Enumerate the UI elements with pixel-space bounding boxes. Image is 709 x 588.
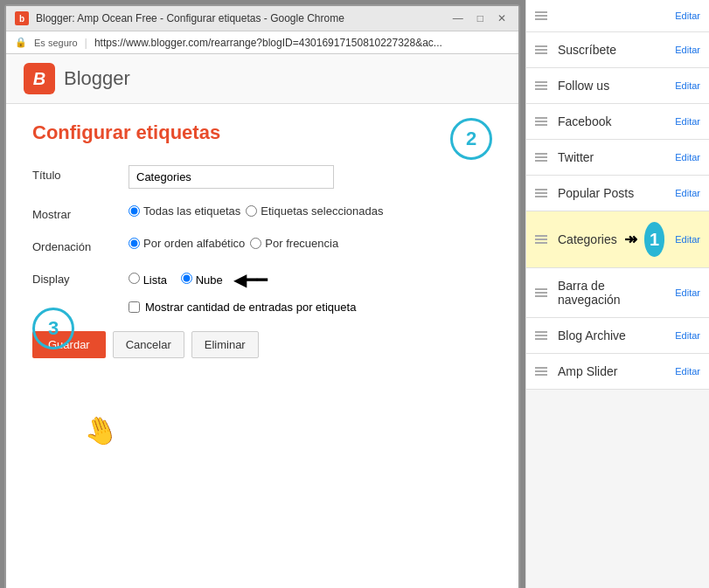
annotation-circle-3: 3 xyxy=(32,308,74,349)
tab-title: Blogger: Amp Ocean Free - Configurar eti… xyxy=(36,12,442,24)
sidebar-label-barra: Barra de navegación xyxy=(558,279,668,307)
mostrar-cantidad-checkbox[interactable] xyxy=(129,301,140,313)
radio-alfabetico-text: Por orden alfabético xyxy=(143,237,245,250)
radio-todas[interactable] xyxy=(129,205,140,217)
radio-seleccionadas[interactable] xyxy=(246,205,257,217)
sidebar-label-popularposts: Popular Posts xyxy=(558,186,668,200)
display-label: Display xyxy=(32,269,111,286)
radio-frecuencia-text: Por frecuencia xyxy=(265,237,338,250)
titulo-row: Título xyxy=(32,165,492,189)
drag-handle-followus xyxy=(535,81,547,90)
mostrar-row: Mostrar Todas las etiquetas Etiquetas se… xyxy=(32,204,492,221)
form-area: Configurar etiquetas 2 Título Mostrar To… xyxy=(6,104,518,376)
annotation-circle-1: 1 xyxy=(644,222,665,257)
radio-nube-text: Nube xyxy=(196,273,223,287)
radio-todas-text: Todas las etiquetas xyxy=(143,204,240,218)
drag-handle-popularposts xyxy=(535,189,547,197)
close-button[interactable]: ✕ xyxy=(494,12,510,24)
radio-todas-label[interactable]: Todas las etiquetas xyxy=(129,204,240,218)
sidebar-label-categories: Categories xyxy=(558,232,617,246)
drag-handle-categories xyxy=(535,235,547,244)
checkbox-label-text: Mostrar cantidad de entradas por etiquet… xyxy=(145,301,356,314)
minimize-button[interactable]: — xyxy=(449,12,467,24)
drag-handle xyxy=(535,11,547,20)
sidebar-label-ampslider: Amp Slider xyxy=(558,364,668,378)
radio-lista-text: Lista xyxy=(143,273,167,287)
display-row: Display Lista Nube ◀━━ xyxy=(32,269,492,314)
titulo-control xyxy=(129,165,492,189)
edit-suscribete[interactable]: Editar xyxy=(675,45,700,55)
drag-handle-ampslider xyxy=(535,367,547,376)
right-sidebar: Editar Suscríbete Editar Follow us Edita… xyxy=(525,0,709,588)
sidebar-item-popularposts: Popular Posts Editar xyxy=(526,176,709,211)
display-control: Lista Nube ◀━━ Mostrar cantidad de entra… xyxy=(129,269,492,314)
sidebar-label-twitter: Twitter xyxy=(558,150,668,164)
edit-link-top[interactable]: Editar xyxy=(675,10,700,21)
edit-followus[interactable]: Editar xyxy=(675,80,700,91)
double-arrow-annotation: ↠ xyxy=(624,230,637,249)
titlebar: b Blogger: Amp Ocean Free - Configurar e… xyxy=(6,6,518,31)
button-row: Guardar Cancelar Eliminar xyxy=(32,331,492,358)
drag-handle-barra xyxy=(535,288,547,297)
edit-ampslider[interactable]: Editar xyxy=(675,366,700,377)
sidebar-item-suscribete: Suscríbete Editar xyxy=(526,32,709,68)
edit-barra[interactable]: Editar xyxy=(675,287,700,298)
cancelar-button[interactable]: Cancelar xyxy=(113,331,184,358)
edit-twitter[interactable]: Editar xyxy=(675,152,700,163)
ordenacion-row: Ordenación Por orden alfabético Por frec… xyxy=(32,237,492,253)
radio-frecuencia-label[interactable]: Por frecuencia xyxy=(250,237,338,250)
hand-annotation: 🤚 xyxy=(79,409,123,452)
list-item-top: Editar xyxy=(526,0,709,32)
drag-handle-twitter xyxy=(535,153,547,162)
nube-arrow-annotation: ◀━━ xyxy=(233,269,268,290)
sidebar-label-followus: Follow us xyxy=(558,79,668,93)
sidebar-label-suscribete: Suscríbete xyxy=(558,43,668,57)
url-bar[interactable]: https://www.blogger.com/rearrange?blogID… xyxy=(94,37,510,49)
radio-lista-label[interactable]: Lista xyxy=(129,273,167,287)
blogger-logo: B xyxy=(24,63,55,94)
titulo-label: Título xyxy=(32,165,111,182)
blogger-header: B Blogger xyxy=(6,54,518,104)
sidebar-item-facebook: Facebook Editar xyxy=(526,104,709,140)
window-controls: — □ ✕ xyxy=(449,12,510,24)
edit-popularposts[interactable]: Editar xyxy=(675,188,700,198)
eliminar-button[interactable]: Eliminar xyxy=(191,331,259,358)
edit-blogarchive[interactable]: Editar xyxy=(675,330,700,341)
drag-handle-suscribete xyxy=(535,45,547,54)
sidebar-item-blogarchive: Blog Archive Editar xyxy=(526,318,709,354)
ordenacion-label: Ordenación xyxy=(32,237,111,253)
mostrar-label: Mostrar xyxy=(32,204,111,221)
ordenacion-control: Por orden alfabético Por frecuencia xyxy=(129,237,492,250)
edit-categories[interactable]: Editar xyxy=(675,234,700,245)
sidebar-item-categories: Categories ↠ 1 Editar xyxy=(526,211,709,268)
edit-facebook[interactable]: Editar xyxy=(675,116,700,127)
radio-lista[interactable] xyxy=(129,273,140,284)
radio-alfabetico-label[interactable]: Por orden alfabético xyxy=(129,237,245,250)
sidebar-item-followus: Follow us Editar xyxy=(526,68,709,104)
sidebar-item-barra: Barra de navegación Editar xyxy=(526,268,709,318)
blogger-brand: Blogger xyxy=(64,67,130,90)
display-radio-row: Lista Nube ◀━━ xyxy=(129,269,492,290)
sidebar-label-blogarchive: Blog Archive xyxy=(558,329,668,342)
radio-seleccionadas-label[interactable]: Etiquetas seleccionadas xyxy=(246,204,383,218)
radio-frecuencia[interactable] xyxy=(250,238,261,249)
form-title: Configurar etiquetas xyxy=(32,121,492,144)
radio-seleccionadas-text: Etiquetas seleccionadas xyxy=(261,204,383,218)
lock-icon: 🔒 xyxy=(15,37,27,48)
annotation-circle-2: 2 xyxy=(450,118,492,160)
maximize-button[interactable]: □ xyxy=(474,12,487,24)
sidebar-item-twitter: Twitter Editar xyxy=(526,140,709,176)
sidebar-label-facebook: Facebook xyxy=(558,114,668,128)
addressbar: 🔒 Es seguro | https://www.blogger.com/re… xyxy=(6,31,518,54)
browser-window: b Blogger: Amp Ocean Free - Configurar e… xyxy=(4,4,520,588)
secure-text: Es seguro xyxy=(34,38,78,48)
drag-handle-facebook xyxy=(535,117,547,126)
drag-handle-blogarchive xyxy=(535,331,547,340)
radio-nube[interactable] xyxy=(181,273,192,284)
radio-alfabetico[interactable] xyxy=(129,238,140,249)
favicon: b xyxy=(15,11,29,25)
radio-nube-label[interactable]: Nube xyxy=(181,273,223,287)
titulo-input[interactable] xyxy=(129,165,334,189)
sidebar-item-ampslider: Amp Slider Editar xyxy=(526,354,709,390)
blogger-content: B Blogger Configurar etiquetas 2 Título … xyxy=(6,54,518,588)
